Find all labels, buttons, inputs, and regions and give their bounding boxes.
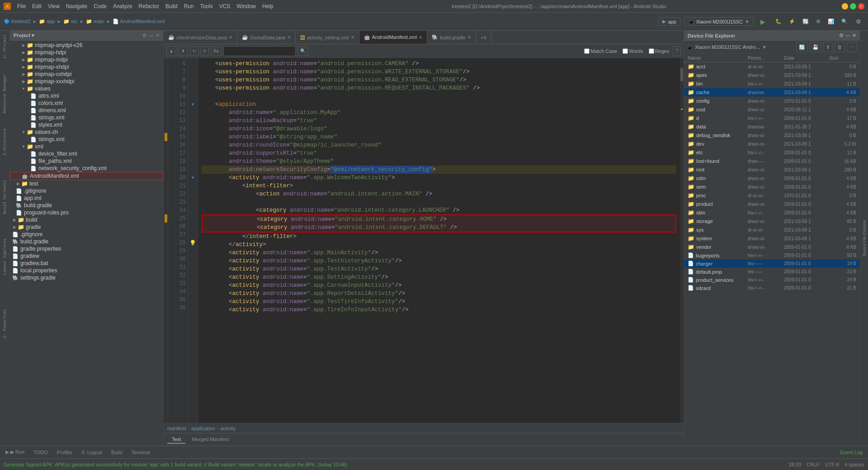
match-case-checkbox[interactable]: Match Case [584, 48, 617, 54]
delete-btn[interactable]: 🗑 [835, 42, 845, 52]
run-button[interactable]: ▶ [757, 16, 769, 27]
panel-settings-btn[interactable]: ⚙ [839, 33, 844, 38]
code-editor[interactable]: 6 7 8 9 10 11 12 13 14 15 16 17 18 19 20… [164, 58, 684, 423]
tree-item-proguard[interactable]: 📄 proguard-rules.pro [10, 209, 163, 216]
editor-scrollbar[interactable] [680, 58, 684, 423]
toolbar-btn-1[interactable]: 🐛 [772, 17, 785, 26]
tree-item-values-zh[interactable]: ▼ 📁 values-zh [10, 128, 163, 136]
tree-item-mipmap-xxxhdpi[interactable]: ▶ 📁 mipmap-xxxhdpi [10, 78, 163, 85]
tab-activity-setting[interactable]: 🖼 activity_setting.xml ✕ [296, 31, 359, 44]
toolbar-btn-sync[interactable]: 🔄 [799, 17, 812, 26]
device-selector[interactable]: 📱 Xiaomi M2003J15SC ▼ [684, 17, 754, 26]
tab-more[interactable]: +4 [476, 31, 491, 44]
file-row-oem[interactable]: 📁 oem drwxr-xr-2009-01-01 04 KB [684, 183, 860, 191]
col-perm[interactable]: Permi... [748, 55, 784, 61]
file-row-default-prop[interactable]: 📄 default.prop lrw------2009-01-01 023 B [684, 268, 860, 276]
captures-label[interactable]: Layout Captures [3, 237, 7, 277]
file-row-cust[interactable]: 📁 cust drwxr-xr-2020-08-11 14 KB [684, 105, 860, 114]
file-row-sdcard[interactable]: 📄 sdcard lrw-r--r--2009-01-01 021 B [684, 284, 860, 292]
run-config-selector[interactable]: ▶ app [658, 17, 680, 26]
z-structure-label[interactable]: Z-Structure [3, 127, 7, 157]
search-wrap-btn[interactable]: ↩ [190, 46, 199, 56]
tree-item-mipmap-anydpi[interactable]: ▶ 📁 mipmap-anydpi-v26 [10, 42, 163, 49]
save-btn[interactable]: 💾 [810, 42, 821, 52]
collapse-arrow-11[interactable]: ▼ [188, 100, 198, 109]
toolbar-btn-3[interactable]: ⚙ [813, 17, 824, 26]
file-row-d[interactable]: 📁 d lrw-r--r--2009-01-01 017 B [684, 114, 860, 123]
tree-item-dimens[interactable]: 📄 dimens.xml [10, 107, 163, 114]
tab-close-gradle[interactable]: ✕ [467, 35, 471, 40]
panel-action-hide[interactable]: — [149, 33, 154, 38]
file-row-sys[interactable]: 📁 sys dr-xr-xr-2021-03-09 10 B [684, 226, 860, 234]
tree-item-build-gradle-app[interactable]: 🐘 build.gradle [10, 202, 163, 209]
tree-item-test[interactable]: ▶ 📁 test [10, 180, 163, 187]
file-row-product-services[interactable]: 📄 product_services lrw-r--r--2009-01-01 … [684, 276, 860, 284]
path-activity[interactable]: activity [221, 426, 236, 431]
tree-item-settings-gradle[interactable]: 🐘 settings.gradle [10, 274, 163, 281]
file-row-apex[interactable]: 📁 apex drwxr-xr-2021-03-09 1320 B [684, 71, 860, 80]
search-up-btn[interactable]: ▲ [166, 46, 176, 56]
file-row-data[interactable]: 📁 data drwxrwx2021-01-30 24 KB [684, 123, 860, 131]
tree-item-network-security[interactable]: 📄 network_security_config.xml [10, 165, 163, 172]
tree-item-local-properties[interactable]: 📄 local.properties [10, 267, 163, 274]
file-row-mnt[interactable]: 📁 mnt drwxr-xr-2021-03-09 1280 B [684, 166, 860, 174]
file-row-cache[interactable]: 📁 cache drwxrwx2021-03-09 14 KB [684, 88, 860, 97]
file-row-debug-ramdisk[interactable]: 📁 debug_ramdisk drwxr-xr-2021-03-09 10 B [684, 131, 860, 140]
event-log-btn[interactable]: Event Log [838, 449, 864, 456]
tree-item-gitignore-root[interactable]: 📄 .gitignore [10, 231, 163, 238]
toolbar-btn-4[interactable]: 📊 [825, 17, 837, 26]
menu-window[interactable]: Window [234, 2, 259, 10]
tab-globaldata[interactable]: ☕ GlobalData.java ✕ [237, 31, 296, 44]
col-name[interactable]: Name [688, 55, 748, 61]
panel-close-btn[interactable]: ✕ [852, 33, 856, 38]
build-btn[interactable]: Build [109, 449, 124, 456]
tree-item-build-root[interactable]: ▶ 📁 build [10, 216, 163, 223]
file-row-etc[interactable]: 📁 etc lrw-r--r--2009-01-01 011 B [684, 148, 860, 157]
tree-item-androidmanifest[interactable]: 🤖 AndroidManifest.xml [10, 172, 163, 180]
run-btn[interactable]: ▶ ▶ Run [4, 448, 26, 456]
maximize-button[interactable]: □ [850, 3, 856, 9]
tab-merged-manifest[interactable]: Merged Manifest [187, 436, 233, 444]
file-row-storage[interactable]: 📁 storage drwxr-xr-2021-03-09 180 B [684, 217, 860, 226]
search-down-btn[interactable]: ▼ [178, 46, 188, 56]
tree-item-app-iml[interactable]: 📄 app.iml [10, 195, 163, 202]
resource-manager-label[interactable]: Resource Manager [3, 72, 7, 115]
tree-item-xml-folder[interactable]: ▼ 📁 xml [10, 143, 163, 150]
tree-item-values[interactable]: ▼ 📁 values [10, 85, 163, 92]
tree-item-build-gradle-root[interactable]: 🐘 build.gradle [10, 238, 163, 245]
file-row-acct[interactable]: 📁 acct dr-xr-xr-2021-03-09 10 B [684, 62, 860, 71]
toolbar-btn-2[interactable]: ⚡ [786, 17, 798, 26]
menu-tools[interactable]: Tools [198, 2, 216, 10]
menu-edit[interactable]: Edit [29, 2, 44, 10]
settings-button[interactable]: ⚙ [853, 16, 864, 27]
project-label[interactable]: 1: Project [3, 33, 7, 61]
panel-minimize-btn[interactable]: — [845, 33, 850, 38]
tree-item-gradle[interactable]: ▶ 📁 gradle [10, 223, 163, 231]
file-row-system[interactable]: 📁 system drwxr-xr-2021-03-09 14 KB [684, 234, 860, 243]
words-checkbox[interactable]: Words [623, 48, 643, 54]
menu-code[interactable]: Code [91, 2, 109, 10]
menu-analyze[interactable]: Analyze [110, 2, 135, 10]
file-row-bugreports[interactable]: 📄 bugreports lrw-r--r--2009-01-01 050 B [684, 252, 860, 260]
charset[interactable]: UTF-8 [825, 462, 839, 467]
file-row-odm[interactable]: 📁 odm drwxr-xr-2009-01-01 04 KB [684, 174, 860, 183]
file-row-product[interactable]: 📁 product drwxr-xr-2009-01-01 04 KB [684, 200, 860, 209]
tab-close-manifest[interactable]: ✕ [419, 35, 422, 40]
tab-build-gradle[interactable]: 🐘 build.gradle ✕ [427, 31, 476, 44]
toolbar-btn-5[interactable]: 🔍 [838, 17, 851, 26]
tab-close-checkversion[interactable]: ✕ [229, 35, 232, 40]
tree-item-mipmap-xxhdpi[interactable]: ▶ 📁 mipmap-xxhdpi [10, 71, 163, 78]
code-content[interactable]: <uses-permission android:name="android.p… [198, 58, 680, 423]
tab-androidmanifest[interactable]: 🤖 AndroidManifest.xml ✕ [359, 31, 428, 44]
line-ending[interactable]: CRLF [807, 462, 820, 467]
tree-item-strings[interactable]: 📄 strings.xml [10, 114, 163, 121]
more-btn[interactable]: ⋯ [847, 42, 857, 52]
build-variants-label[interactable]: Build Variants [3, 178, 7, 216]
tree-item-strings-zh[interactable]: 📄 strings.xml [10, 136, 163, 143]
menu-help[interactable]: Help [259, 2, 276, 10]
file-row-config[interactable]: 📁 config drwxr-xr-1970-01-01 00 B [684, 97, 860, 105]
tab-close-globaldata[interactable]: ✕ [287, 35, 291, 40]
tab-close-setting[interactable]: ✕ [351, 35, 354, 40]
panel-action-close[interactable]: ✕ [156, 33, 160, 38]
logcat-btn[interactable]: 6: Logcat [80, 449, 104, 456]
